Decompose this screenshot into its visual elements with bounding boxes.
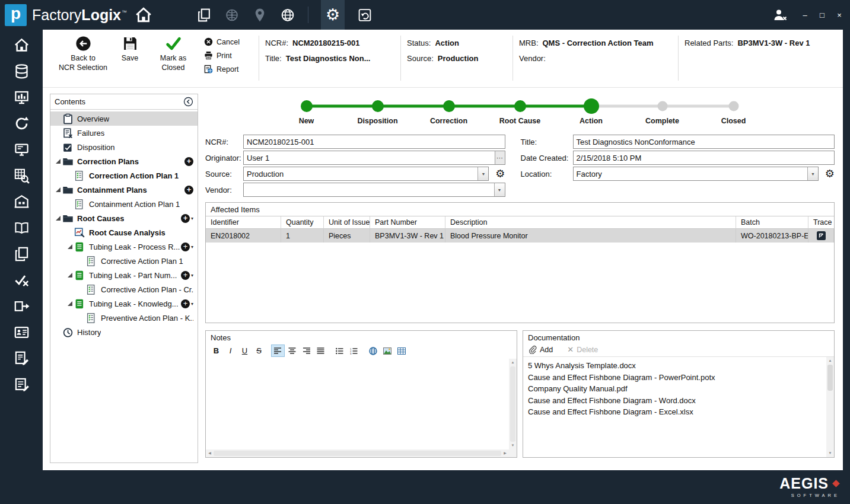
cancel-button[interactable]: Cancel	[204, 37, 253, 46]
save-button[interactable]: Save	[113, 36, 147, 63]
documents-icon[interactable]	[196, 7, 212, 23]
column-unit-of-issue[interactable]: Unit of Issue	[324, 216, 370, 229]
title-input[interactable]: Test Diagnostics NonConformance	[573, 135, 835, 149]
align-left-button[interactable]	[271, 344, 285, 357]
maximize-button[interactable]: □	[817, 11, 827, 20]
collapse-panel-icon[interactable]	[183, 97, 193, 107]
tree-item-tubing-leak-process-r[interactable]: Tubing Leak - Process R...+▾	[50, 240, 198, 254]
add-menu-caret-icon[interactable]: ▾	[191, 273, 193, 278]
tree-item-root-cause-analysis[interactable]: Root Cause Analysis	[50, 225, 198, 240]
delete-document-button[interactable]: ✕ Delete	[567, 346, 598, 354]
tree-item-corrective-action-plan-cr[interactable]: Corrective Action Plan - Cr...	[50, 282, 198, 296]
close-button[interactable]: ×	[835, 11, 844, 20]
location-icon[interactable]	[252, 7, 268, 23]
logout-user-icon[interactable]	[772, 7, 788, 23]
production-icon[interactable]	[14, 90, 30, 106]
add-plus-icon[interactable]: +	[181, 299, 190, 308]
tree-item-correction-plans[interactable]: Correction Plans+	[50, 154, 198, 168]
document-item[interactable]: Cause and Effect Fishbone Diagram - Word…	[528, 395, 823, 407]
image-button[interactable]	[380, 344, 394, 357]
web-icon[interactable]	[279, 7, 295, 23]
back-to-ncr-selection-button[interactable]: Back toNCR Selection	[56, 36, 110, 72]
report-button[interactable]: Report	[204, 65, 253, 74]
report-edit-icon[interactable]	[14, 350, 30, 366]
location-settings-gear-icon[interactable]: ⚙	[825, 168, 835, 179]
document-item[interactable]: Cause and Effect Fishbone Diagram - Powe…	[528, 372, 823, 384]
workstation-icon[interactable]	[14, 142, 30, 158]
column-description[interactable]: Description	[445, 216, 736, 229]
add-menu-caret-icon[interactable]: ▾	[191, 244, 193, 250]
expander-icon[interactable]	[66, 244, 74, 249]
document-item[interactable]: 5 Whys Analysis Template.docx	[528, 360, 823, 372]
add-plus-icon[interactable]: +	[184, 157, 193, 166]
source-settings-gear-icon[interactable]: ⚙	[495, 168, 505, 179]
document-item[interactable]: Company Quality Manual.pdf	[528, 383, 823, 395]
ncr-input[interactable]: NCM20180215-001	[243, 135, 505, 149]
tree-item-overview[interactable]: Overview	[50, 111, 198, 126]
column-quantity[interactable]: Quantity	[281, 216, 324, 229]
italic-button[interactable]: I	[224, 344, 237, 357]
refresh-icon[interactable]	[14, 116, 30, 132]
tree-item-tubing-leak-knowledg[interactable]: Tubing Leak - Knowledg...+▾	[50, 296, 198, 311]
align-center-button[interactable]	[285, 344, 299, 357]
add-plus-icon[interactable]: +	[181, 271, 190, 280]
add-plus-icon[interactable]: +	[184, 186, 193, 194]
documents-icon[interactable]	[14, 246, 30, 262]
network-icon[interactable]	[224, 7, 240, 23]
database-icon[interactable]	[14, 63, 30, 79]
library-icon[interactable]	[14, 220, 30, 236]
notes-editor[interactable]: ▲▼ ◀▶	[206, 359, 517, 457]
add-menu-caret-icon[interactable]: ▾	[191, 216, 193, 221]
print-button[interactable]: Print	[204, 51, 253, 60]
tree-item-disposition[interactable]: Disposition	[50, 140, 198, 154]
dropdown-arrow-icon[interactable]: ▼	[477, 167, 488, 180]
table-button[interactable]	[394, 344, 408, 357]
tree-item-corrective-action-plan-1[interactable]: Corrective Action Plan 1	[50, 254, 198, 268]
notes-horizontal-scrollbar[interactable]: ◀▶	[206, 449, 509, 457]
home-icon[interactable]	[14, 37, 30, 53]
tree-item-containment-action-plan-1[interactable]: Containment Action Plan 1	[50, 197, 198, 211]
numbered-list-button[interactable]: 123	[347, 344, 361, 357]
badge-icon[interactable]	[14, 324, 30, 340]
tree-item-preventive-action-plan-k[interactable]: Preventive Action Plan - K...	[50, 311, 198, 325]
add-menu-caret-icon[interactable]: ▾	[191, 301, 193, 307]
column-identifier[interactable]: Identifier	[206, 216, 281, 229]
tree-item-correction-action-plan-1[interactable]: Correction Action Plan 1	[50, 168, 198, 183]
column-part-number[interactable]: Part Number	[370, 216, 445, 229]
documents-scrollbar[interactable]: ▲▼	[826, 357, 834, 457]
originator-browse-button[interactable]: ⋯	[495, 151, 505, 164]
underline-button[interactable]: U	[238, 344, 252, 357]
tree-item-history[interactable]: History	[50, 325, 198, 339]
gear-icon[interactable]: ⚙	[321, 0, 345, 30]
tree-item-containment-plans[interactable]: Containment Plans+	[50, 183, 198, 197]
expander-icon[interactable]	[54, 187, 62, 192]
location-select[interactable]: Factory▼	[573, 167, 819, 181]
dropdown-arrow-icon[interactable]: ▼	[494, 183, 505, 196]
mark-as-closed-button[interactable]: Mark asClosed	[151, 36, 196, 72]
align-right-button[interactable]	[300, 344, 313, 357]
transfer-icon[interactable]	[14, 298, 30, 314]
home-icon[interactable]	[135, 7, 152, 23]
dropdown-arrow-icon[interactable]: ▼	[807, 167, 818, 180]
expander-icon[interactable]	[54, 216, 62, 221]
affected-item-row[interactable]: EN20180021PiecesBP3MV1-3W - Rev 1Blood P…	[206, 229, 834, 243]
tree-item-tubing-leak-part-num[interactable]: Tubing Leak - Part Num...+▾	[50, 268, 198, 282]
vendor-select[interactable]: ▼	[243, 183, 505, 197]
note-edit-icon[interactable]	[14, 377, 30, 393]
bold-button[interactable]: B	[209, 344, 223, 357]
date-created-input[interactable]: 2/15/2018 5:10 PM	[573, 151, 835, 165]
notes-vertical-scrollbar[interactable]: ▲▼	[509, 359, 517, 449]
column-trace[interactable]: Trace	[808, 216, 834, 229]
warehouse-icon[interactable]	[14, 194, 30, 210]
undo-history-icon[interactable]	[356, 7, 373, 23]
bullet-list-button[interactable]	[333, 344, 346, 357]
verify-icon[interactable]	[14, 272, 30, 288]
source-select[interactable]: Production▼	[243, 167, 489, 181]
originator-input[interactable]: User 1⋯	[243, 151, 505, 165]
column-batch[interactable]: Batch	[736, 216, 808, 229]
add-plus-icon[interactable]: +	[181, 243, 190, 251]
data-search-icon[interactable]	[14, 168, 30, 184]
expander-icon[interactable]	[66, 273, 74, 277]
strikethrough-button[interactable]: S	[252, 344, 266, 357]
add-document-button[interactable]: Add	[528, 345, 553, 354]
